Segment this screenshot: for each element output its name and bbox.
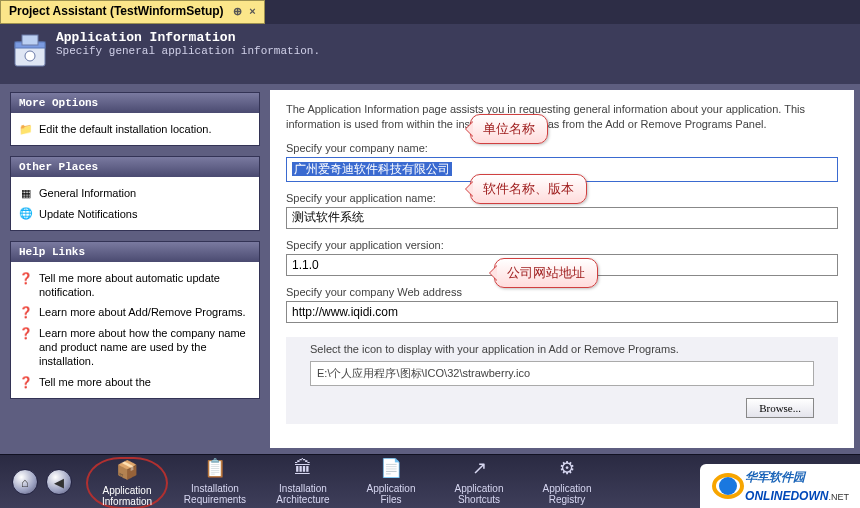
sidebar-box-more-options: More Options 📁 Edit the default installa… — [10, 92, 260, 146]
globe-refresh-icon: 🌐 — [19, 207, 33, 221]
sidebar-item-label: Update Notifications — [39, 207, 137, 221]
version-label: Specify your application version: — [286, 239, 838, 251]
sidebar: More Options 📁 Edit the default installa… — [10, 92, 260, 409]
sidebar-item-label: Tell me more about automatic update noti… — [39, 271, 251, 300]
bottom-tab-application-information[interactable]: 📦 ApplicationInformation — [86, 457, 168, 508]
icon-section: Select the icon to display with your app… — [286, 337, 838, 424]
help-icon: ❓ — [19, 305, 33, 319]
bottom-tab-application-shortcuts[interactable]: ↗ ApplicationShortcuts — [438, 457, 520, 508]
file-icon: 📄 — [350, 459, 432, 483]
sidebar-item-label: General Information — [39, 186, 136, 200]
sidebar-item-general-info[interactable]: ▦ General Information — [17, 183, 253, 203]
globe-icon — [711, 469, 745, 503]
callout-company: 单位名称 — [470, 114, 548, 144]
checklist-icon: 📋 — [174, 459, 256, 483]
box-header: More Options — [11, 93, 259, 113]
company-label: Specify your company name: — [286, 142, 838, 154]
icon-path-input[interactable]: E:\个人应用程序\图标\ICO\32\strawberry.ico — [310, 361, 814, 386]
installer-box-icon: 📦 — [88, 461, 166, 485]
content-area: The Application Information page assists… — [270, 90, 854, 448]
help-icon: ❓ — [19, 326, 33, 340]
watermark-net: .NET — [828, 492, 849, 502]
bottom-tab-installation-requirements[interactable]: 📋 InstallationRequirements — [174, 457, 256, 508]
sidebar-item-help-4[interactable]: ❓ Tell me more about the — [17, 372, 253, 392]
sidebar-item-update-notifications[interactable]: 🌐 Update Notifications — [17, 204, 253, 224]
installer-box-icon — [12, 32, 48, 70]
sidebar-box-other-places: Other Places ▦ General Information 🌐 Upd… — [10, 156, 260, 231]
company-value: 广州爱奇迪软件科技有限公司 — [292, 162, 452, 176]
watermark-logo: 华军软件园 ONLINEDOWN.NET — [700, 464, 860, 508]
sidebar-item-label: Learn more about how the company name an… — [39, 326, 251, 369]
website-input[interactable] — [286, 301, 838, 323]
bottom-tab-installation-architecture[interactable]: 🏛 InstallationArchitecture — [262, 457, 344, 508]
callout-appname: 软件名称、版本 — [470, 174, 587, 204]
sidebar-item-help-3[interactable]: ❓ Learn more about how the company name … — [17, 323, 253, 372]
watermark-cn: 华军软件园 — [745, 469, 849, 486]
sidebar-item-label: Tell me more about the — [39, 375, 151, 389]
back-button[interactable]: ◀ — [46, 469, 72, 495]
tab-title: Project Assistant (TestWinformSetup) — [9, 4, 224, 18]
callout-website: 公司网站地址 — [494, 258, 598, 288]
sidebar-item-label: Edit the default installation location. — [39, 122, 211, 136]
browse-button[interactable]: Browse... — [746, 398, 814, 418]
page-header: Application Information Specify general … — [0, 24, 860, 84]
svg-point-3 — [25, 51, 35, 61]
bottom-tab-application-registry[interactable]: ⚙ ApplicationRegistry — [526, 457, 608, 508]
window-tab[interactable]: Project Assistant (TestWinformSetup) ⊕ × — [0, 0, 265, 24]
bottom-tab-application-files[interactable]: 📄 ApplicationFiles — [350, 457, 432, 508]
box-header: Other Places — [11, 157, 259, 177]
help-text: The Application Information page assists… — [286, 102, 838, 132]
close-icon[interactable]: × — [249, 5, 255, 17]
page-title: Application Information — [56, 30, 850, 45]
sidebar-item-help-2[interactable]: ❓ Learn more about Add/Remove Programs. — [17, 302, 253, 322]
main-panel: Application Information Specify general … — [0, 24, 860, 454]
help-icon: ❓ — [19, 375, 33, 389]
home-button[interactable]: ⌂ — [12, 469, 38, 495]
bottom-toolbar: ⌂ ◀ 📦 ApplicationInformation 📋 Installat… — [0, 454, 860, 508]
svg-rect-2 — [22, 35, 38, 45]
sidebar-item-label: Learn more about Add/Remove Programs. — [39, 305, 246, 319]
appname-input[interactable] — [286, 207, 838, 229]
icon-prompt: Select the icon to display with your app… — [310, 343, 814, 355]
watermark-en: ONLINEDOWN — [745, 489, 828, 503]
folder-icon: 📁 — [19, 122, 33, 136]
page-subtitle: Specify general application information. — [56, 45, 850, 57]
sidebar-item-help-1[interactable]: ❓ Tell me more about automatic update no… — [17, 268, 253, 303]
help-icon: ❓ — [19, 271, 33, 285]
sidebar-item-edit-location[interactable]: 📁 Edit the default installation location… — [17, 119, 253, 139]
grid-icon: ▦ — [19, 186, 33, 200]
registry-icon: ⚙ — [526, 459, 608, 483]
svg-point-5 — [719, 477, 737, 495]
shortcut-icon: ↗ — [438, 459, 520, 483]
architecture-icon: 🏛 — [262, 459, 344, 483]
sidebar-box-help-links: Help Links ❓ Tell me more about automati… — [10, 241, 260, 399]
pin-icon[interactable]: ⊕ — [233, 5, 242, 18]
box-header: Help Links — [11, 242, 259, 262]
